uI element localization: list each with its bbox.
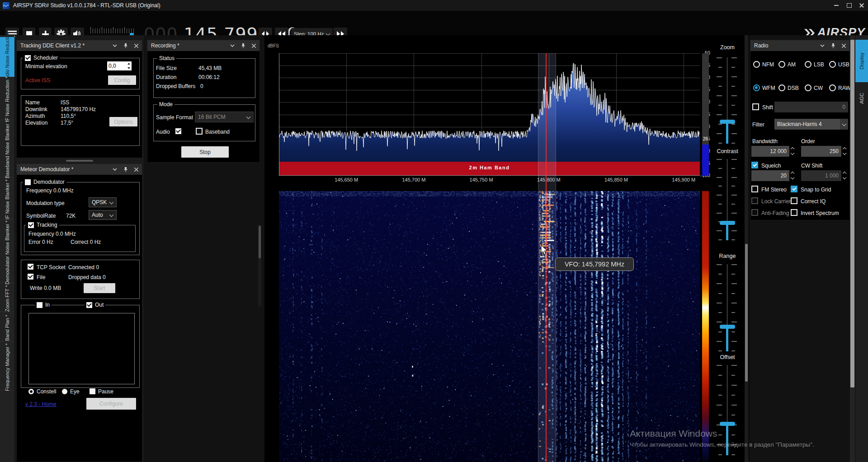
sample-format-select[interactable]: 16 Bit PCM — [195, 112, 254, 122]
x-tick-label: 145,650 M — [326, 177, 367, 182]
cw-shift-input[interactable]: 1 000 — [801, 170, 841, 181]
vfo-frequency-line[interactable] — [546, 53, 547, 462]
tcp-socket-checkbox[interactable] — [28, 264, 33, 270]
lock-carrier-checkbox[interactable] — [751, 197, 758, 204]
slider-zoom[interactable] — [710, 57, 745, 144]
minimal-elevation-stepper[interactable] — [126, 61, 132, 70]
collapse-chevron-icon[interactable] — [113, 168, 117, 171]
invert-spectrum-checkbox[interactable] — [791, 209, 797, 216]
in-checkbox[interactable] — [37, 302, 42, 308]
left-tab-if-noise-reduction[interactable]: IF Noise Reduction * — [0, 79, 14, 120]
maximize-button[interactable] — [843, 0, 855, 11]
left-tab-audio-noise-reduction[interactable]: Audio Noise Reduction — [0, 37, 14, 77]
tracking-checkbox[interactable] — [28, 222, 34, 228]
pin-icon[interactable] — [123, 43, 128, 48]
symbolrate-select[interactable]: Auto — [89, 210, 117, 220]
mode-radio-cw[interactable] — [805, 84, 811, 91]
mode-radio-wfm[interactable] — [753, 84, 760, 91]
pin-icon[interactable] — [241, 43, 245, 48]
bandwidth-stepper[interactable] — [789, 146, 796, 157]
file-checkbox[interactable] — [28, 274, 33, 280]
audio-checkbox[interactable] — [175, 128, 181, 134]
pause-checkbox[interactable] — [90, 388, 95, 394]
collapse-chevron-icon[interactable] — [113, 44, 117, 47]
radio-panel-header[interactable]: Radio — [750, 40, 849, 51]
close-icon[interactable] — [134, 44, 138, 48]
pin-icon[interactable] — [831, 43, 835, 48]
recording-panel-header[interactable]: Recording * — [147, 40, 259, 51]
eye-radio[interactable] — [62, 389, 67, 394]
snap-to-grid-checkbox[interactable] — [791, 186, 797, 192]
config-button[interactable]: Config — [108, 75, 136, 85]
minimal-elevation-input[interactable]: 0,0 — [107, 61, 126, 70]
slider-offset[interactable] — [710, 365, 745, 455]
right-tab-display[interactable]: Display — [855, 40, 868, 82]
left-tab-band-plan[interactable]: Band Plan * — [0, 314, 14, 342]
left-tab-demodulator-noise-blanker[interactable]: Demodulator Noise Blanker * — [0, 222, 14, 283]
close-icon[interactable] — [134, 168, 138, 172]
stop-recording-button[interactable]: Stop — [181, 146, 229, 158]
shift-checkbox[interactable] — [752, 103, 759, 110]
mode-radio-lsb[interactable] — [805, 61, 811, 68]
close-button[interactable] — [855, 0, 868, 11]
squelch-input[interactable]: 20 — [751, 170, 789, 181]
modulation-select[interactable]: QPSK — [89, 197, 117, 207]
fm-stereo-checkbox[interactable] — [751, 186, 758, 192]
left-tab-frequency-manager[interactable]: Frequency Manager * — [0, 344, 14, 391]
close-icon[interactable] — [252, 44, 256, 48]
constell-radio[interactable] — [28, 389, 34, 394]
anti-fading-checkbox[interactable] — [751, 209, 758, 216]
right-column-scrollbar[interactable] — [745, 35, 748, 462]
bandwidth-label: Bandwidth — [752, 138, 778, 145]
chevron-down-icon — [109, 201, 113, 205]
right-tab-agc[interactable]: AGC — [855, 86, 868, 111]
spectrum-canvas[interactable] — [279, 53, 700, 176]
order-input[interactable]: 250 — [801, 146, 841, 157]
slider-range[interactable] — [710, 264, 745, 351]
lock-carrier-label: Lock Carrier — [761, 198, 791, 205]
panel-splitter[interactable] — [15, 158, 144, 163]
slider-thumb-contrast[interactable] — [720, 221, 735, 225]
mode-radio-am[interactable] — [778, 61, 785, 68]
mode-radio-usb[interactable] — [829, 61, 836, 68]
shift-input[interactable]: 0 — [774, 102, 848, 112]
start-button[interactable]: Start — [84, 283, 115, 293]
mode-radio-nfm[interactable] — [753, 61, 760, 68]
waterfall-canvas[interactable] — [279, 191, 700, 462]
squelch-stepper[interactable] — [789, 170, 796, 181]
configure-button[interactable]: Configure — [86, 398, 136, 410]
vfo-bandwidth-shade[interactable] — [538, 53, 556, 462]
demodulator-checkbox[interactable] — [25, 179, 31, 185]
left-tab-baseband-noise-blanker[interactable]: Baseband Noise Blanker * — [0, 122, 14, 177]
order-stepper[interactable] — [841, 146, 848, 157]
collapse-chevron-icon[interactable] — [230, 44, 235, 47]
minimize-button[interactable] — [830, 0, 843, 11]
mode-radio-raw[interactable] — [829, 84, 836, 91]
left-tab-if-noise-blanker[interactable]: IF Noise Blanker * — [0, 180, 14, 220]
bandwidth-input[interactable]: 12 000 — [751, 146, 789, 157]
cw-shift-stepper[interactable] — [841, 170, 848, 181]
panel-scrollbar[interactable] — [850, 35, 855, 462]
squelch-checkbox[interactable] — [751, 162, 758, 168]
mode-radio-dsb[interactable] — [778, 84, 785, 91]
pin-icon[interactable] — [123, 167, 128, 172]
version-home-link[interactable]: v 2.3 - Home — [25, 401, 57, 407]
slider-contrast[interactable] — [710, 159, 745, 240]
meteor-panel-header[interactable]: Meteor Demodulator * — [17, 164, 142, 175]
close-icon[interactable] — [842, 44, 846, 48]
slider-thumb-zoom[interactable] — [720, 120, 735, 124]
out-checkbox[interactable] — [86, 302, 92, 308]
options-button[interactable]: Options — [109, 117, 137, 126]
slider-thumb-range[interactable] — [720, 325, 735, 329]
baseband-checkbox[interactable] — [196, 128, 203, 135]
filter-select-chevron[interactable] — [840, 119, 848, 130]
tracking-panel-header[interactable]: Tracking DDE Client v1.2 * — [17, 40, 142, 51]
scheduler-checkbox[interactable] — [25, 55, 31, 61]
slider-thumb-offset[interactable] — [720, 422, 735, 426]
collapse-chevron-icon[interactable] — [820, 44, 825, 47]
dropped-buffers-label: Dropped Buffers — [156, 83, 195, 89]
filter-select[interactable]: Blackman-Harris 4 — [774, 119, 840, 130]
column-scrollbar[interactable] — [258, 225, 261, 306]
correct-iq-checkbox[interactable] — [791, 197, 797, 204]
left-tab-zoom-fft[interactable]: Zoom FFT * — [0, 285, 14, 312]
